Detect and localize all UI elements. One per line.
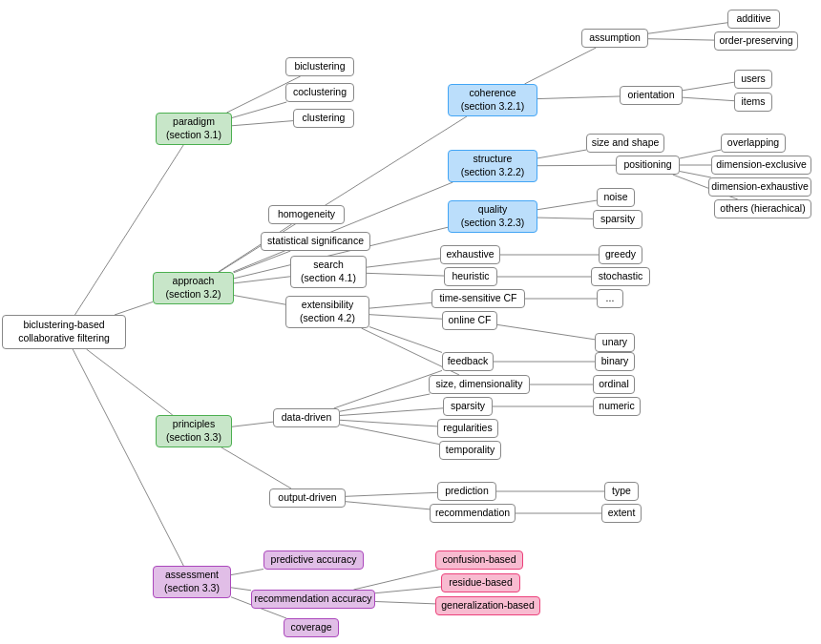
svg-line-6: [232, 121, 293, 126]
node-coherence: coherence (section 3.2.1): [448, 84, 537, 116]
svg-line-32: [369, 302, 432, 308]
svg-line-48: [346, 492, 437, 496]
svg-line-26: [537, 200, 597, 210]
svg-line-1: [115, 301, 153, 315]
node-approach: approach (section 3.2): [153, 272, 234, 304]
svg-line-29: [367, 273, 444, 276]
svg-line-44: [340, 425, 439, 445]
node-clustering: clustering: [293, 109, 354, 128]
node-noise: noise: [597, 188, 635, 207]
node-online_cf: online CF: [442, 311, 497, 330]
node-paradigm: paradigm (section 3.1): [156, 113, 232, 145]
node-rec_acc: recommendation accuracy: [251, 590, 375, 609]
node-stochastic: stochastic: [591, 267, 650, 286]
svg-line-9: [234, 277, 290, 283]
node-regularities: regularities: [437, 419, 498, 438]
node-items: items: [734, 93, 772, 112]
svg-line-43: [340, 420, 437, 426]
svg-line-8: [234, 251, 290, 273]
node-order_preserving: order-preserving: [714, 31, 798, 51]
node-principles: principles (section 3.3): [156, 415, 232, 447]
node-output_driven: output-driven: [269, 488, 346, 508]
svg-line-45: [340, 394, 430, 411]
node-prediction: prediction: [437, 482, 496, 501]
svg-line-10: [234, 296, 285, 305]
node-numeric: numeric: [593, 397, 641, 416]
node-residue_based: residue-based: [441, 573, 520, 592]
node-assumption: assumption: [581, 29, 648, 48]
svg-line-5: [232, 102, 286, 117]
node-greedy: greedy: [599, 245, 642, 264]
node-quality: quality (section 3.2.3): [448, 200, 537, 233]
node-overlapping: overlapping: [721, 134, 786, 153]
svg-line-24: [680, 172, 711, 177]
node-sparsity: sparsity: [593, 210, 642, 229]
svg-line-20: [537, 150, 586, 158]
svg-line-46: [334, 370, 442, 408]
svg-line-17: [648, 39, 714, 40]
svg-line-53: [231, 588, 251, 591]
node-predictive_acc: predictive accuracy: [263, 551, 364, 570]
node-size_dim: size, dimensionality: [429, 375, 530, 394]
node-sparsity2: sparsity: [443, 397, 493, 416]
node-feedback: feedback: [442, 352, 494, 371]
svg-line-57: [375, 601, 435, 603]
node-confusion_based: confusion-based: [435, 551, 523, 570]
node-extensibility: extensibility (section 4.2): [285, 296, 369, 328]
node-orientation: orientation: [620, 86, 683, 105]
node-ordinal: ordinal: [593, 375, 635, 394]
node-dim_exclusive: dimension-exclusive: [711, 156, 811, 175]
node-root: biclustering-based collaborative filteri…: [2, 315, 126, 349]
svg-line-36: [369, 327, 442, 353]
node-extent: extent: [601, 504, 642, 523]
svg-line-14: [524, 48, 596, 84]
svg-line-2: [87, 349, 173, 415]
svg-line-49: [346, 502, 430, 509]
svg-line-19: [683, 97, 734, 101]
node-generalization_based: generalization-based: [435, 596, 540, 615]
node-time_sensitive: time-sensitive CF: [432, 289, 525, 308]
node-binary: binary: [595, 352, 635, 371]
svg-line-52: [231, 569, 263, 574]
svg-line-55: [353, 570, 438, 590]
node-temporality: temporality: [439, 441, 501, 460]
node-biclustering: biclustering: [285, 57, 354, 76]
node-search: search (section 4.1): [290, 256, 367, 288]
node-users: users: [734, 70, 772, 89]
svg-line-42: [340, 408, 443, 416]
svg-line-35: [497, 324, 595, 339]
svg-line-27: [537, 218, 593, 218]
node-others_hier: others (hierachical): [714, 199, 811, 218]
svg-line-15: [537, 96, 620, 99]
svg-line-56: [375, 587, 441, 593]
node-structure: structure (section 3.2.2): [448, 150, 537, 182]
node-coverage: coverage: [284, 618, 339, 637]
node-stat_sig: statistical significance: [261, 232, 370, 251]
svg-line-28: [367, 259, 440, 267]
node-dim_exhaustive: dimension-exhaustive: [708, 177, 811, 197]
node-recommendation: recommendation: [430, 504, 516, 523]
node-assessment: assessment (section 3.3): [153, 566, 231, 598]
node-positioning: positioning: [616, 156, 680, 175]
svg-line-40: [232, 422, 273, 426]
node-size_shape: size and shape: [586, 134, 664, 153]
svg-line-21: [537, 165, 616, 166]
node-data_driven: data-driven: [273, 408, 340, 427]
node-coclustering: coclustering: [285, 83, 354, 102]
svg-line-34: [369, 315, 442, 320]
svg-line-18: [683, 82, 734, 91]
node-type: type: [604, 482, 639, 501]
node-additive: additive: [727, 10, 780, 29]
node-heuristic: heuristic: [444, 267, 497, 286]
mindmap-container: biclustering-based collaborative filteri…: [0, 0, 821, 644]
node-homogeneity: homogeneity: [268, 205, 345, 224]
node-exhaustive: exhaustive: [440, 245, 500, 264]
node-dotdotdot: ...: [597, 289, 623, 308]
svg-line-3: [73, 349, 183, 566]
node-unary: unary: [595, 333, 635, 352]
svg-line-41: [221, 447, 291, 488]
